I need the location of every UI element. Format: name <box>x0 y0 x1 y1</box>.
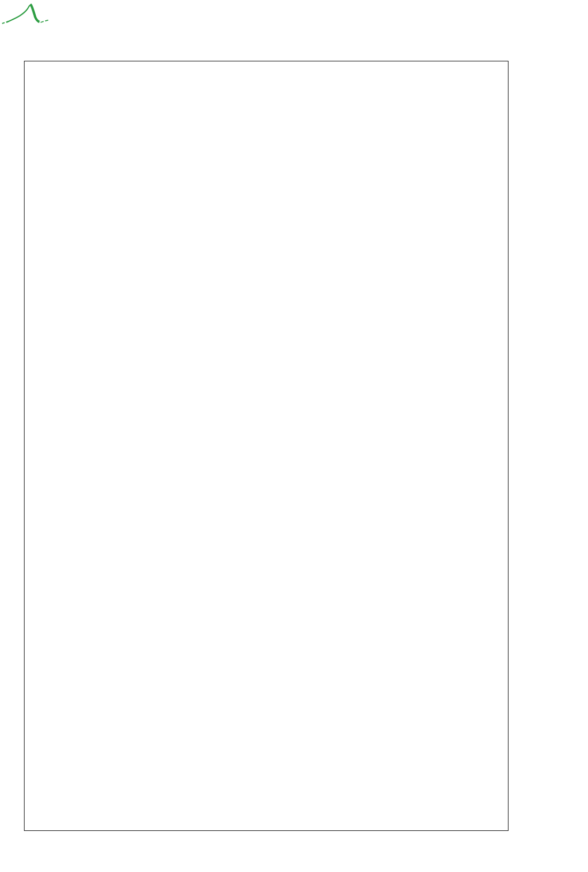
opgc-logo <box>1 2 54 28</box>
spectrogram-page <box>0 0 588 872</box>
spectrogram-canvas <box>25 61 508 830</box>
logo-mountain-ridge <box>6 5 32 22</box>
seismogram-trace-canvas <box>542 61 588 830</box>
logo-mountain-base-right <box>41 20 49 22</box>
logo-mountain-slope <box>30 4 39 22</box>
